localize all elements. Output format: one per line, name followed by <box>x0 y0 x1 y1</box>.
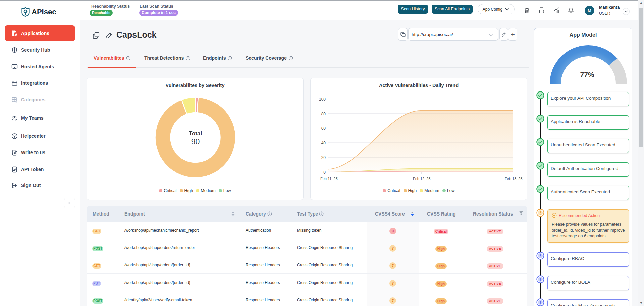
svg-text:0: 0 <box>323 170 326 175</box>
svg-text:60: 60 <box>321 126 326 131</box>
svg-text:90: 90 <box>191 137 200 146</box>
svg-text:40: 40 <box>321 141 326 145</box>
svg-text:100: 100 <box>319 97 326 102</box>
svg-text:Total: Total <box>189 130 202 137</box>
svg-text:80: 80 <box>321 112 326 116</box>
svg-text:Feb 13, 25: Feb 13, 25 <box>505 177 523 181</box>
svg-text:20: 20 <box>321 155 326 160</box>
svg-text:Feb 12, 25: Feb 12, 25 <box>413 177 431 181</box>
svg-text:Feb 11, 25: Feb 11, 25 <box>320 177 338 181</box>
